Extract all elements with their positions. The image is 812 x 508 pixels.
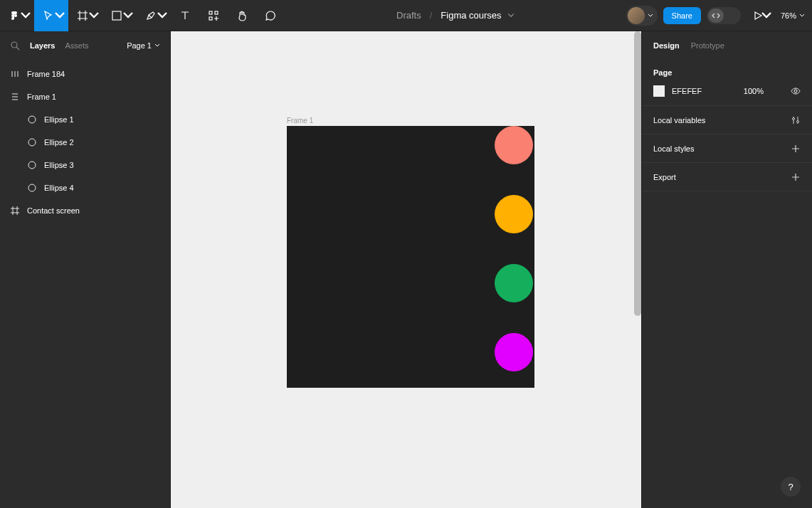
- breadcrumb-parent[interactable]: Drafts: [396, 10, 421, 21]
- toolbar-right: Share 76%: [626, 0, 812, 31]
- left-panel: Layers Assets Page 1 Frame 184 Frame 1 E…: [0, 31, 171, 508]
- settings-icon[interactable]: [791, 115, 801, 125]
- canvas[interactable]: Frame 1: [171, 31, 641, 508]
- breadcrumb[interactable]: Drafts / Figma courses: [396, 10, 515, 21]
- page-selector-label: Page 1: [127, 41, 152, 50]
- layer-label: Ellipse 2: [44, 138, 74, 147]
- frame-label[interactable]: Frame 1: [287, 117, 534, 125]
- export-section[interactable]: Export: [642, 163, 812, 191]
- color-swatch[interactable]: [653, 85, 665, 97]
- ellipse-1[interactable]: [495, 126, 533, 164]
- help-button[interactable]: ?: [781, 477, 801, 497]
- user-avatar-menu[interactable]: [626, 6, 658, 26]
- share-button[interactable]: Share: [663, 7, 701, 24]
- layer-item-frame-1[interactable]: Frame 1: [0, 85, 170, 108]
- ellipse-4[interactable]: [495, 333, 533, 371]
- move-tool-button[interactable]: [34, 0, 68, 31]
- pen-tool-button[interactable]: [137, 0, 171, 31]
- layer-label: Ellipse 3: [44, 161, 74, 169]
- right-panel-tabs: Design Prototype: [642, 31, 812, 60]
- zoom-control[interactable]: 76%: [781, 11, 805, 20]
- main-menu-button[interactable]: [0, 0, 34, 31]
- layer-item-ellipse-2[interactable]: Ellipse 2: [0, 131, 170, 154]
- autolayout-horiz-icon: [10, 69, 20, 79]
- frame-tool-button[interactable]: [68, 0, 102, 31]
- left-panel-tabs: Layers Assets Page 1: [0, 31, 170, 60]
- chevron-down-icon: [20, 10, 31, 21]
- page-section-title: Page: [653, 68, 801, 77]
- frame-wrapper: Frame 1: [287, 117, 534, 388]
- dev-mode-toggle[interactable]: [707, 7, 741, 24]
- svg-rect-3: [209, 17, 212, 20]
- breadcrumb-current[interactable]: Figma courses: [441, 10, 501, 21]
- chevron-down-icon[interactable]: [507, 12, 515, 19]
- ellipse-icon: [27, 137, 37, 147]
- svg-rect-1: [209, 11, 212, 14]
- svg-point-7: [28, 162, 36, 169]
- color-hex[interactable]: EFEFEF: [672, 87, 702, 95]
- layer-item-frame-184[interactable]: Frame 184: [0, 63, 170, 85]
- page-background-row[interactable]: EFEFEF 100%: [653, 85, 801, 97]
- autolayout-vert-icon: [10, 92, 20, 102]
- right-panel: Design Prototype Page EFEFEF 100% Local …: [641, 31, 812, 508]
- frame-icon: [77, 10, 88, 21]
- chevron-down-icon: [799, 13, 805, 18]
- present-button[interactable]: [747, 0, 775, 31]
- chevron-down-icon: [648, 13, 653, 18]
- layer-item-ellipse-3[interactable]: Ellipse 3: [0, 154, 170, 176]
- tab-design[interactable]: Design: [653, 41, 680, 50]
- svg-point-5: [28, 116, 36, 123]
- ellipse-3[interactable]: [495, 264, 533, 302]
- ellipse-icon: [27, 183, 37, 193]
- code-icon: [712, 11, 720, 20]
- plus-icon[interactable]: [791, 144, 801, 154]
- svg-rect-0: [112, 11, 121, 20]
- tab-assets[interactable]: Assets: [65, 41, 88, 50]
- toolbar: Drafts / Figma courses Share 76%: [0, 0, 812, 31]
- layer-label: Contact screen: [27, 206, 80, 215]
- layer-label: Ellipse 1: [44, 115, 74, 124]
- tab-prototype[interactable]: Prototype: [691, 41, 724, 50]
- svg-point-9: [794, 90, 797, 92]
- layer-item-ellipse-4[interactable]: Ellipse 4: [0, 176, 170, 199]
- resources-icon: [208, 10, 219, 21]
- help-label: ?: [788, 482, 793, 492]
- local-styles-label: Local styles: [653, 144, 694, 153]
- rectangle-icon: [111, 10, 122, 21]
- visibility-icon[interactable]: [791, 86, 801, 96]
- figma-logo-icon: [9, 10, 20, 21]
- pen-icon: [145, 10, 157, 21]
- ellipse-2[interactable]: [495, 195, 533, 233]
- layer-item-contact-screen[interactable]: Contact screen: [0, 199, 170, 222]
- chevron-down-icon: [122, 10, 134, 21]
- layer-label: Ellipse 4: [44, 184, 74, 192]
- chevron-down-icon: [761, 10, 772, 21]
- chevron-down-icon: [54, 10, 65, 21]
- search-icon[interactable]: [10, 41, 20, 51]
- svg-rect-2: [215, 11, 218, 14]
- color-opacity[interactable]: 100%: [744, 87, 764, 95]
- hand-tool-button[interactable]: [228, 0, 256, 31]
- resources-tool-button[interactable]: [199, 0, 228, 31]
- shape-tool-button[interactable]: [102, 0, 137, 31]
- comment-tool-button[interactable]: [256, 0, 285, 31]
- text-tool-button[interactable]: [171, 0, 199, 31]
- export-label: Export: [653, 173, 676, 181]
- local-styles-section[interactable]: Local styles: [642, 134, 812, 163]
- breadcrumb-separator: /: [430, 10, 433, 21]
- frame-icon: [10, 206, 20, 216]
- layer-item-ellipse-1[interactable]: Ellipse 1: [0, 108, 170, 131]
- plus-icon[interactable]: [791, 172, 801, 182]
- local-variables-section[interactable]: Local variables: [642, 106, 812, 134]
- cursor-icon: [43, 10, 54, 21]
- page-selector[interactable]: Page 1: [127, 41, 160, 50]
- ellipse-icon: [27, 160, 37, 170]
- layer-list: Frame 184 Frame 1 Ellipse 1 Ellipse 2 El…: [0, 60, 170, 225]
- scrollbar-vertical[interactable]: [634, 31, 641, 316]
- frame-1[interactable]: [287, 126, 534, 388]
- local-variables-label: Local variables: [653, 116, 705, 125]
- comment-icon: [265, 10, 276, 21]
- tab-layers[interactable]: Layers: [30, 41, 55, 50]
- hand-icon: [236, 10, 248, 21]
- page-section: Page EFEFEF 100%: [642, 60, 812, 106]
